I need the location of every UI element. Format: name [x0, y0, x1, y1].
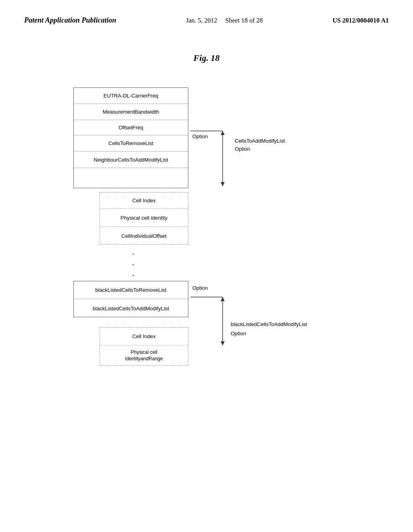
row-measurement: MeasurementBandwidth — [74, 104, 188, 120]
patent-number: US 2012/0004010 A1 — [332, 17, 389, 24]
svg-marker-6 — [221, 341, 225, 345]
lower-sub-row-cell-index: Cell Index — [100, 328, 188, 345]
publication-label: Patent Application Publication — [24, 16, 116, 25]
sub-row-cellindividual: CellIndividualOffset — [100, 227, 188, 245]
figure-title: Fig. 18 — [24, 53, 389, 63]
diagram: EUTRA-DL-CarrierFreq MeasurementBandwidt… — [65, 83, 348, 366]
date: Jan. 5, 2012 — [186, 17, 217, 24]
right-lower-label1: blackListedCellsToAddModifyList — [231, 321, 307, 327]
svg-marker-2 — [221, 182, 225, 186]
row-offsetfreq: OffsetFreq — [74, 120, 188, 135]
option-upper-label: Option — [192, 133, 208, 139]
lower-main-box: blackListedCellsToRemoveList blackListed… — [73, 281, 188, 317]
lower-sub-box: Cell Index Physical cellidentityandRange — [100, 327, 188, 366]
svg-marker-7 — [221, 297, 225, 301]
header: Patent Application Publication Jan. 5, 2… — [24, 16, 389, 29]
row-neighbour: NeighbourCellsToAddModifyList — [74, 152, 188, 168]
lower-sub-row-physical: Physical cellidentityandRange — [100, 345, 188, 366]
upper-main-box: EUTRA-DL-CarrierFreq MeasurementBandwidt… — [73, 87, 188, 188]
svg-marker-3 — [221, 131, 225, 135]
row-eutra: EUTRA-DL-CarrierFreq — [74, 88, 188, 104]
row-blacklisted-add: blackListedCellsToAddModifyList — [74, 299, 188, 318]
right-upper-label2: Option — [235, 146, 250, 152]
dots: ··· — [132, 249, 134, 281]
divider — [74, 168, 188, 168]
right-lower-label2: Option — [231, 330, 246, 337]
option-lower-label: Option — [192, 285, 208, 291]
right-upper-label1: CellsToAddModifyList — [235, 138, 285, 144]
sub-row-cell-index: Cell Index — [100, 193, 188, 209]
date-sheet: Jan. 5, 2012 Sheet 18 of 28 — [186, 17, 263, 24]
sheet: Sheet 18 of 28 — [225, 17, 263, 24]
row-cells-remove: CellsToRemoveList — [74, 135, 188, 152]
row-blacklisted-remove: blackListedCellsToRemoveList — [74, 281, 188, 299]
sub-row-physical: Physical cell identity — [100, 209, 188, 227]
page: Patent Application Publication Jan. 5, 2… — [0, 0, 413, 532]
upper-sub-box: Cell Index Physical cell identity CellIn… — [100, 192, 188, 245]
